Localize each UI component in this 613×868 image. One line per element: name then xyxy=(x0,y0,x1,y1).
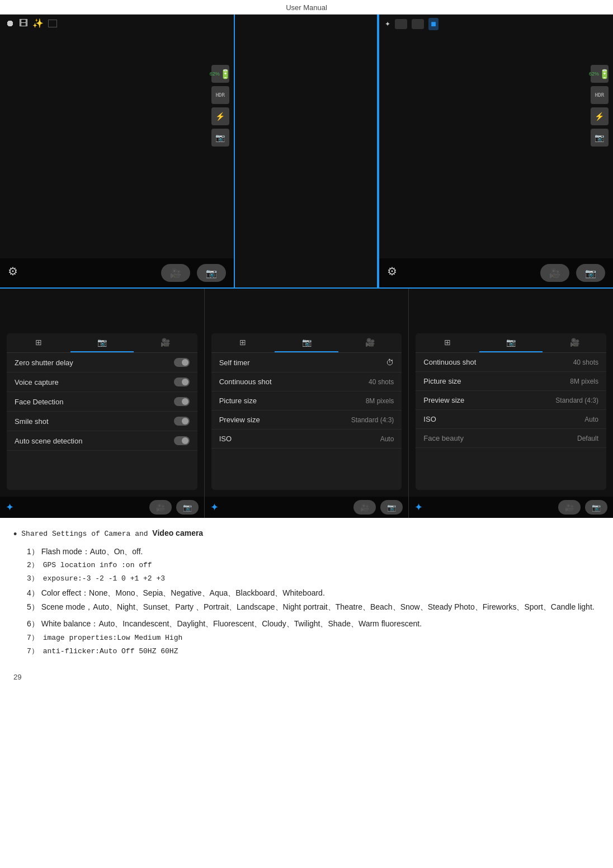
settings-icon-right2: 📷 xyxy=(591,129,609,147)
tab-adjust-2[interactable]: ⊞ xyxy=(211,333,275,352)
auto-scene-label: Auto scene detection xyxy=(15,437,82,445)
hdr-icon-right: HDR xyxy=(211,86,229,104)
flash-icon-top: ✨ xyxy=(32,18,44,29)
settings-gear-left[interactable]: ⚙ xyxy=(8,265,25,281)
face-detection-toggle[interactable] xyxy=(174,397,190,406)
item-2-text: GPS location info :on off xyxy=(43,561,152,569)
capture-btn-right[interactable]: 📷 xyxy=(576,264,605,282)
small-capture-btn-1[interactable]: 📷 xyxy=(176,500,199,515)
text-content-area: • Shared Settings of Camera and Video ca… xyxy=(0,518,613,670)
row-smile-shot: Smile shot xyxy=(7,412,197,431)
bottom-screenshots-row: ⊞ 📷 🎥 Zero shutter delay Voice capture F… xyxy=(0,289,613,518)
tab-adjust-3[interactable]: ⊞ xyxy=(416,333,479,352)
row-picture-size-2: Picture size 8M pixels xyxy=(211,391,402,411)
cam-right-icons-left: 62% 🔋 HDR ⚡ 📷 xyxy=(211,65,229,147)
auto-scene-toggle[interactable] xyxy=(174,436,190,445)
settings-overlay-3: ⊞ 📷 🎥 Continuous shot 40 shots Picture s… xyxy=(416,333,606,490)
row-preview-size-3: Preview size Standard (4:3) xyxy=(416,391,606,410)
item-7a: 7） image properties:Low Medium High xyxy=(27,632,600,644)
settings-tabs-3: ⊞ 📷 🎥 xyxy=(416,333,606,353)
settings-overlay-1: ⊞ 📷 🎥 Zero shutter delay Voice capture F… xyxy=(7,333,197,490)
item-2: 2） GPS location info :on off xyxy=(27,559,600,572)
header-title: User Manual xyxy=(286,3,327,12)
item-4: 4） Color effect：None、Mono、Sepia、Negative… xyxy=(27,587,600,600)
grid-icon xyxy=(395,19,407,29)
item-5-number: 5） xyxy=(27,602,39,611)
item-1: 1） Flash mode：Auto、On、off. xyxy=(27,545,600,559)
small-gear-2[interactable]: ✦ xyxy=(210,501,219,513)
continuous-shot-label-3: Continuous shot xyxy=(423,358,476,366)
small-capture-btn-2[interactable]: 📷 xyxy=(380,500,403,515)
plus-icon-top: ✦ xyxy=(385,20,390,28)
iso-label-2: ISO xyxy=(219,435,232,443)
item-3: 3） exposure:-3 -2 -1 0 +1 +2 +3 xyxy=(27,573,600,585)
main-bullet-text: Shared Settings of Camera and Video came… xyxy=(21,527,203,540)
iso-value-2: Auto xyxy=(380,435,394,443)
iso-value-3: Auto xyxy=(584,416,598,423)
preview-size-label-3: Preview size xyxy=(423,396,464,404)
small-video-btn-1[interactable]: 🎥 xyxy=(149,500,172,515)
row-preview-size-2: Preview size Standard (4:3) xyxy=(211,411,402,430)
item-7b-text: anti-flicker:Auto Off 50HZ 60HZ xyxy=(43,647,178,655)
voice-capture-toggle[interactable] xyxy=(174,378,190,386)
row-face-beauty: Face beauty Default xyxy=(416,429,606,448)
item-2-number: 2） xyxy=(27,561,39,569)
image-icon xyxy=(412,19,424,29)
iso-label-3: ISO xyxy=(423,415,436,423)
small-cam-bottom-2: ✦ 🎥 📷 xyxy=(205,497,409,518)
row-face-detection: Face Detection xyxy=(7,392,197,412)
tab-camera-3[interactable]: 📷 xyxy=(479,333,543,352)
zero-shutter-toggle[interactable] xyxy=(174,358,190,367)
settings-screenshot-1: ⊞ 📷 🎥 Zero shutter delay Voice capture F… xyxy=(0,289,204,518)
item-7b-number: 7） xyxy=(27,647,39,655)
small-capture-btn-3[interactable]: 📷 xyxy=(585,500,607,515)
continuous-shot-label-2: Continuous shot xyxy=(219,378,272,386)
small-gear-1[interactable]: ✦ xyxy=(6,501,14,513)
picture-size-value-3: 8M pixels xyxy=(570,378,598,385)
tab-video-2[interactable]: 🎥 xyxy=(338,333,402,352)
small-cam-bottom-1: ✦ 🎥 📷 xyxy=(0,497,204,518)
item-3-text: exposure:-3 -2 -1 0 +1 +2 +3 xyxy=(43,574,165,583)
battery-badge: 62% xyxy=(210,71,220,77)
tab-camera-1[interactable]: 📷 xyxy=(70,333,134,352)
page-footer: 29 xyxy=(0,670,613,687)
zero-shutter-label: Zero shutter delay xyxy=(15,358,73,367)
row-continuous-shot-2: Continuous shot 40 shots xyxy=(211,372,402,391)
video-btn-left[interactable]: 🎥 xyxy=(161,264,190,282)
small-gear-3[interactable]: ✦ xyxy=(414,501,423,513)
tab-adjust-1[interactable]: ⊞ xyxy=(7,333,70,352)
blue-icon-top: ■ xyxy=(428,18,438,30)
capture-btn-left[interactable]: 📷 xyxy=(197,264,226,282)
row-iso-2: ISO Auto xyxy=(211,430,402,449)
settings-gear-right[interactable]: ⚙ xyxy=(387,265,404,281)
numbered-items: 1） Flash mode：Auto、On、off. 2） GPS locati… xyxy=(13,545,600,658)
item-5-text: Scene mode，Auto、Night、Sunset、Party 、Port… xyxy=(41,602,595,611)
row-iso-3: ISO Auto xyxy=(416,410,606,429)
cam-bottom-bar-left: ⚙ 🎥 📷 xyxy=(0,258,234,287)
tab-video-3[interactable]: 🎥 xyxy=(543,333,606,352)
preview-size-value-2: Standard (4:3) xyxy=(351,416,394,424)
picture-size-value-2: 8M pixels xyxy=(366,397,394,405)
continuous-shot-value-2: 40 shots xyxy=(369,378,394,386)
row-self-timer: Self timer ⏱ xyxy=(211,353,402,372)
item-3-number: 3） xyxy=(27,574,39,583)
self-timer-label: Self timer xyxy=(219,358,250,367)
cam-top-bar-left: ⏺ 🎞 ✨ xyxy=(0,15,234,32)
tab-camera-2[interactable]: 📷 xyxy=(275,333,338,352)
page-number: 29 xyxy=(13,673,21,681)
row-picture-size-3: Picture size 8M pixels xyxy=(416,372,606,391)
tab-video-1[interactable]: 🎥 xyxy=(134,333,197,352)
face-detection-label: Face Detection xyxy=(15,398,63,406)
hdr-icon: ⏺ xyxy=(6,18,15,29)
item-4-number: 4） xyxy=(27,588,41,597)
settings-icon-right: 📷 xyxy=(211,129,229,147)
bullet-dot: • xyxy=(13,526,17,543)
cam-top-bar-right: ✦ ■ xyxy=(379,15,613,34)
small-video-btn-2[interactable]: 🎥 xyxy=(353,500,376,515)
small-video-btn-3[interactable]: 🎥 xyxy=(558,500,581,515)
face-beauty-label: Face beauty xyxy=(423,434,464,442)
smile-shot-toggle[interactable] xyxy=(174,417,190,426)
hdr-icon-right2: HDR xyxy=(591,86,609,104)
video-btn-right[interactable]: 🎥 xyxy=(540,264,569,282)
item-7a-text: image properties:Low Medium High xyxy=(43,634,183,642)
